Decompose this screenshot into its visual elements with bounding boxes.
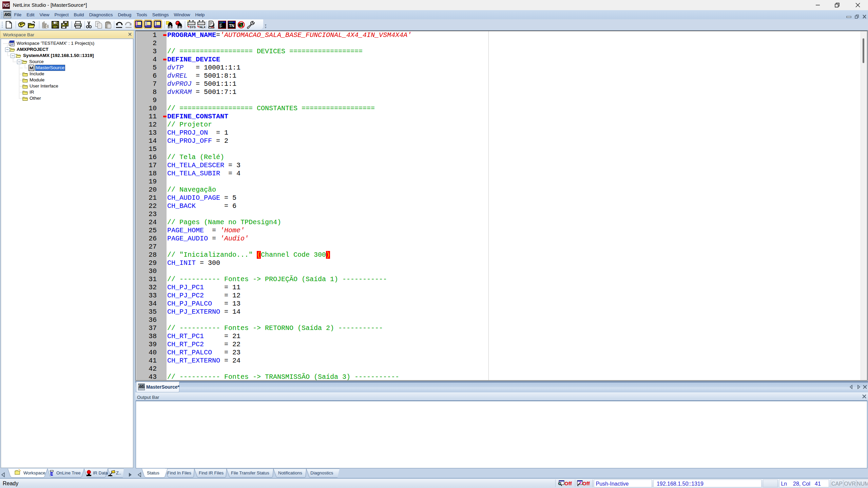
svg-text:TN: TN [229,23,234,28]
svg-text:NLX: NLX [199,25,206,29]
svg-text:M: M [30,65,33,71]
svg-text:SYS: SYS [190,25,196,29]
